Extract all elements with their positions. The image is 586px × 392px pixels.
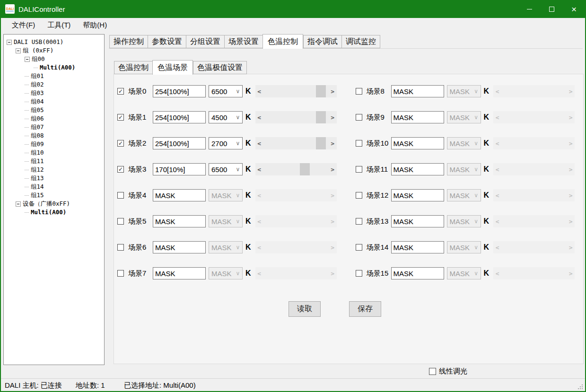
tab-command-debug[interactable]: 指令调试: [303, 35, 341, 48]
scene-checkbox[interactable]: [356, 244, 362, 251]
tab-scene-settings[interactable]: 场景设置: [224, 35, 262, 48]
scroll-right-icon[interactable]: >: [329, 163, 337, 175]
scene-level-input[interactable]: [153, 111, 206, 123]
tree-item[interactable]: 组13: [4, 174, 104, 183]
scroll-right-icon[interactable]: >: [329, 137, 337, 149]
read-button[interactable]: 读取: [289, 301, 321, 317]
scrollbar-track[interactable]: [501, 137, 567, 149]
tree-item[interactable]: 组05: [4, 106, 104, 114]
scroll-right-icon[interactable]: >: [329, 189, 337, 201]
scene-level-scrollbar[interactable]: < >: [255, 111, 337, 123]
tree-item[interactable]: DALI USB(0001): [4, 38, 104, 46]
scene-level-input[interactable]: [391, 85, 444, 97]
scrollbar-track[interactable]: [263, 215, 329, 227]
scene-cct-select[interactable]: MASK ∨: [209, 241, 243, 253]
scroll-left-icon[interactable]: <: [493, 189, 501, 201]
tree-item[interactable]: 组01: [4, 72, 104, 80]
scroll-right-icon[interactable]: >: [567, 111, 575, 123]
scene-level-scrollbar[interactable]: < >: [255, 241, 337, 253]
scene-checkbox[interactable]: ✓: [117, 140, 124, 147]
close-button[interactable]: ×: [563, 0, 585, 18]
scroll-left-icon[interactable]: <: [493, 163, 501, 175]
tree-item[interactable]: 组14: [4, 183, 104, 191]
scroll-right-icon[interactable]: >: [567, 85, 575, 97]
scroll-right-icon[interactable]: >: [567, 215, 575, 227]
scene-cct-select[interactable]: 6500 ∨: [209, 85, 243, 97]
scroll-left-icon[interactable]: <: [493, 241, 501, 253]
tree-collapse-icon[interactable]: [16, 48, 21, 53]
scrollbar-track[interactable]: [501, 241, 567, 253]
scroll-left-icon[interactable]: <: [493, 215, 501, 227]
subtab-color-temp-limits[interactable]: 色温极值设置: [193, 61, 247, 74]
scroll-right-icon[interactable]: >: [329, 267, 337, 279]
scene-level-input[interactable]: [153, 241, 206, 253]
scene-cct-select[interactable]: MASK ∨: [447, 267, 481, 279]
scroll-right-icon[interactable]: >: [329, 241, 337, 253]
scroll-left-icon[interactable]: <: [255, 163, 263, 175]
scrollbar-track[interactable]: [263, 163, 329, 175]
scene-level-input[interactable]: [391, 189, 444, 201]
scene-level-scrollbar[interactable]: < >: [493, 241, 575, 253]
subtab-color-temp-scene[interactable]: 色温场景: [152, 60, 193, 75]
linear-dimming-checkbox[interactable]: [429, 368, 436, 375]
scene-cct-select[interactable]: MASK ∨: [447, 111, 481, 123]
scroll-left-icon[interactable]: <: [255, 111, 263, 123]
subtab-color-temp-control[interactable]: 色温控制: [114, 61, 152, 74]
scrollbar-track[interactable]: [263, 85, 329, 97]
save-button[interactable]: 保存: [349, 301, 381, 317]
tab-parameter-settings[interactable]: 参数设置: [148, 35, 186, 48]
tab-operation-control[interactable]: 操作控制: [109, 35, 148, 48]
tree-item[interactable]: 组10: [4, 148, 104, 157]
scene-level-scrollbar[interactable]: < >: [255, 85, 337, 97]
scene-level-input[interactable]: [153, 137, 206, 149]
scene-level-scrollbar[interactable]: < >: [255, 163, 337, 175]
scene-level-scrollbar[interactable]: < >: [493, 85, 575, 97]
tree-item[interactable]: 组11: [4, 157, 104, 166]
scroll-left-icon[interactable]: <: [255, 85, 263, 97]
tree-item[interactable]: 组09: [4, 140, 104, 148]
scroll-left-icon[interactable]: <: [493, 85, 501, 97]
tab-grouping-settings[interactable]: 分组设置: [186, 35, 224, 48]
scroll-right-icon[interactable]: >: [329, 85, 337, 97]
scene-level-input[interactable]: [153, 267, 206, 279]
scene-level-scrollbar[interactable]: < >: [493, 137, 575, 149]
scene-cct-select[interactable]: MASK ∨: [447, 163, 481, 175]
scrollbar-track[interactable]: [501, 111, 567, 123]
menu-tools[interactable]: 工具(T): [43, 19, 75, 32]
scene-cct-select[interactable]: MASK ∨: [447, 85, 481, 97]
scroll-right-icon[interactable]: >: [567, 267, 575, 279]
tree-item[interactable]: 组 (0xFF): [4, 46, 104, 55]
scroll-left-icon[interactable]: <: [493, 137, 501, 149]
scene-cct-select[interactable]: 2700 ∨: [209, 137, 243, 149]
scene-level-scrollbar[interactable]: < >: [255, 189, 337, 201]
scene-checkbox[interactable]: ✓: [117, 166, 124, 173]
scene-cct-select[interactable]: 6500 ∨: [209, 163, 243, 175]
tab-debug-monitor[interactable]: 调试监控: [341, 35, 380, 48]
scene-checkbox[interactable]: [356, 88, 362, 95]
scene-level-input[interactable]: [391, 111, 444, 123]
tree-item[interactable]: 组12: [4, 166, 104, 174]
scrollbar-track[interactable]: [263, 111, 329, 123]
scene-checkbox[interactable]: [356, 218, 362, 225]
scene-cct-select[interactable]: MASK ∨: [447, 137, 481, 149]
scene-cct-select[interactable]: MASK ∨: [447, 215, 481, 227]
maximize-button[interactable]: [541, 0, 563, 18]
tree-item[interactable]: 组15: [4, 191, 104, 200]
scene-checkbox[interactable]: [356, 270, 362, 277]
scene-cct-select[interactable]: MASK ∨: [447, 189, 481, 201]
scene-cct-select[interactable]: MASK ∨: [209, 267, 243, 279]
scroll-right-icon[interactable]: >: [567, 163, 575, 175]
scene-level-input[interactable]: [391, 215, 444, 227]
scrollbar-track[interactable]: [263, 189, 329, 201]
tree-collapse-icon[interactable]: [16, 201, 21, 207]
tree-collapse-icon[interactable]: [7, 40, 12, 45]
scene-level-scrollbar[interactable]: < >: [493, 111, 575, 123]
minimize-button[interactable]: [518, 0, 541, 18]
tree-item[interactable]: 组03: [4, 89, 104, 97]
scroll-right-icon[interactable]: >: [567, 189, 575, 201]
scene-level-scrollbar[interactable]: < >: [493, 163, 575, 175]
scrollbar-thumb[interactable]: [316, 137, 326, 149]
scrollbar-track[interactable]: [501, 267, 567, 279]
menu-help[interactable]: 帮助(H): [79, 19, 111, 32]
scene-level-scrollbar[interactable]: < >: [493, 267, 575, 279]
